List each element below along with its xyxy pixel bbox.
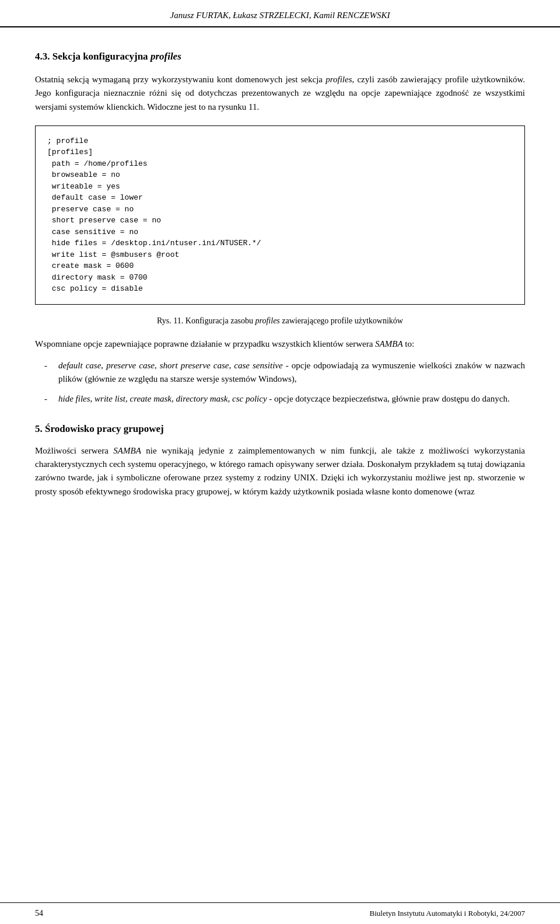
section-43-body-intro: Wspomniane opcje zapewniające poprawne d… (35, 337, 525, 351)
fig-ref: Rys. 11. (157, 316, 183, 325)
list-item-1: default case, preserve case, short prese… (52, 359, 525, 386)
s5-samba: SAMBA (113, 446, 141, 455)
list-item-2-rest: - opcje dotyczące bezpieczeństwa, główni… (267, 394, 510, 403)
section-5-heading: 5. Środowisko pracy grupowej (35, 423, 525, 435)
page-footer: 54 Biuletyn Instytutu Automatyki i Robot… (0, 902, 560, 924)
footer-page-number: 54 (35, 909, 43, 918)
body-samba: SAMBA (375, 339, 402, 348)
section-43-paragraph1: Ostatnią sekcją wymaganą przy wykorzysty… (35, 73, 525, 114)
figure-caption: Rys. 11. Konfiguracja zasobu profiles za… (35, 316, 525, 326)
para1-text1: Ostatnią sekcją wymaganą przy wykorzysty… (35, 75, 326, 84)
code-block: ; profile [profiles] path = /home/profil… (35, 125, 525, 305)
fig-text2: zawierającego profile użytkowników (280, 316, 403, 325)
s5-text1: Możliwości serwera (35, 446, 113, 455)
list-item-1-italic: default case, preserve case, short prese… (58, 361, 283, 370)
section-43-number: 4.3. (35, 51, 50, 62)
page-container: Janusz FURTAK, Łukasz STRZELECKI, Kamil … (0, 0, 560, 924)
page-header: Janusz FURTAK, Łukasz STRZELECKI, Kamil … (0, 0, 560, 27)
section-43-title: Sekcja konfiguracyjna (52, 51, 150, 62)
para1-italic: profiles (326, 75, 352, 84)
fig-text1: Konfiguracja zasobu (183, 316, 255, 325)
section-5-paragraph: Możliwości serwera SAMBA nie wynikają je… (35, 444, 525, 498)
section-43-title-italic: profiles (150, 51, 181, 62)
header-text: Janusz FURTAK, Łukasz STRZELECKI, Kamil … (170, 11, 390, 20)
fig-italic: profiles (256, 316, 280, 325)
main-content: 4.3. Sekcja konfiguracyjna profiles Osta… (0, 27, 560, 553)
body-intro-text1: Wspomniane opcje zapewniające poprawne d… (35, 339, 375, 348)
section-5-number: 5. (35, 423, 43, 434)
section-43-heading: 4.3. Sekcja konfiguracyjna profiles (35, 51, 525, 62)
options-list: default case, preserve case, short prese… (52, 359, 525, 406)
list-item-2: hide files, write list, create mask, dir… (52, 392, 525, 406)
body-intro-text2: to: (403, 339, 415, 348)
list-item-2-italic: hide files, write list, create mask, dir… (58, 394, 267, 403)
footer-journal: Biuletyn Instytutu Automatyki i Robotyki… (369, 909, 525, 918)
section-5-title: Środowisko pracy grupowej (45, 423, 164, 434)
